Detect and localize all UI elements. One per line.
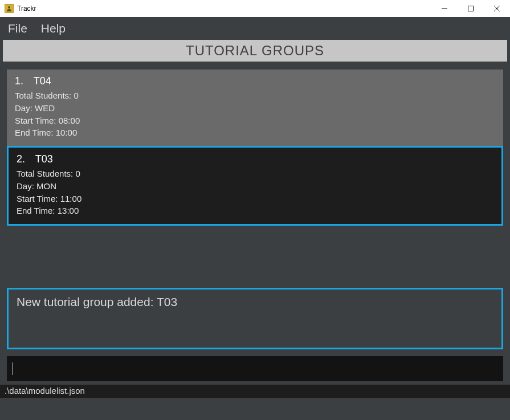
group-list: 1. T04 Total Students: 0 Day: WED Start …	[7, 70, 503, 278]
maximize-button[interactable]	[458, 0, 484, 17]
maximize-icon	[468, 6, 474, 11]
window-title: Trackr	[17, 5, 36, 13]
close-icon	[494, 6, 500, 11]
svg-point-0	[8, 6, 10, 9]
list-item-start: Start Time: 08:00	[15, 115, 495, 127]
list-item-name: T04	[34, 75, 51, 87]
app-body: File Help TUTORIAL GROUPS 1. T04 Total S…	[0, 17, 510, 420]
list-item-end: End Time: 13:00	[17, 205, 493, 217]
command-box[interactable]	[7, 356, 503, 381]
minimize-button[interactable]	[431, 0, 458, 17]
statusbar: .\data\modulelist.json	[0, 385, 510, 398]
menubar: File Help	[0, 17, 510, 40]
close-button[interactable]	[484, 0, 510, 17]
result-display: New tutorial group added: T03	[7, 288, 503, 349]
command-input[interactable]	[13, 364, 497, 374]
app-window: Trackr File Help TUTORIAL GROUPS 1. T0	[0, 0, 510, 420]
list-item-students: Total Students: 0	[15, 89, 495, 102]
status-path: .\data\modulelist.json	[5, 386, 85, 395]
list-item-index: 1.	[15, 75, 31, 87]
list-item-name: T03	[35, 153, 53, 165]
window-controls	[431, 0, 510, 17]
list-item[interactable]: 1. T04 Total Students: 0 Day: WED Start …	[7, 70, 503, 146]
minimize-icon	[442, 6, 447, 11]
list-item-day: Day: MON	[17, 180, 493, 193]
list-item-students: Total Students: 0	[17, 168, 493, 180]
list-item-index: 2.	[17, 153, 32, 165]
app-icon	[5, 4, 14, 13]
list-item-title: 2. T03	[17, 153, 493, 165]
list-item-day: Day: WED	[15, 102, 495, 115]
list-item[interactable]: 2. T03 Total Students: 0 Day: MON Start …	[7, 146, 503, 226]
menu-help[interactable]: Help	[41, 22, 66, 35]
menu-file[interactable]: File	[8, 22, 27, 35]
list-item-start: Start Time: 11:00	[17, 193, 493, 205]
titlebar-left: Trackr	[5, 4, 36, 13]
section-header: TUTORIAL GROUPS	[3, 40, 507, 62]
result-text: New tutorial group added: T03	[17, 295, 177, 308]
svg-rect-2	[468, 6, 474, 11]
titlebar: Trackr	[0, 0, 510, 17]
list-item-end: End Time: 10:00	[15, 127, 495, 139]
list-item-title: 1. T04	[15, 75, 495, 87]
